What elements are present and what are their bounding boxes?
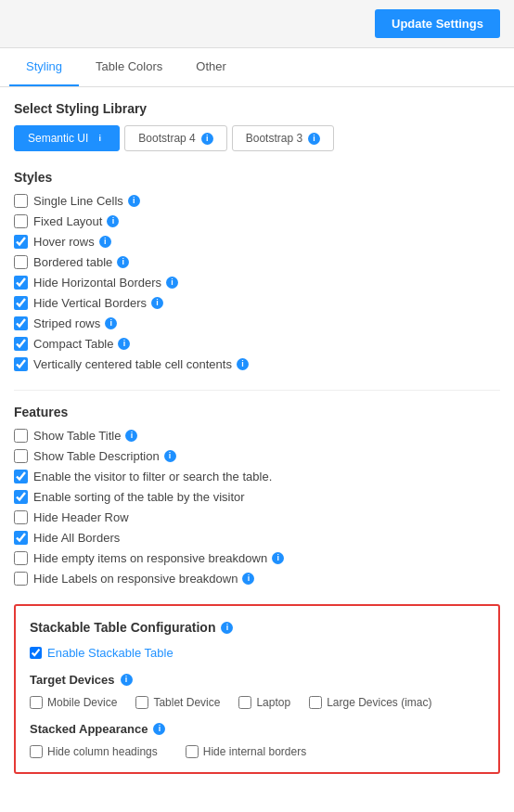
hide-horizontal-borders-info[interactable]: i <box>166 277 178 289</box>
checkbox-single-line-cells-input[interactable] <box>14 194 28 208</box>
checkbox-bordered-table: Bordered table i <box>14 255 500 269</box>
device-large-checkbox[interactable] <box>309 696 322 709</box>
hide-empty-items-info[interactable]: i <box>272 552 284 564</box>
device-laptop: Laptop <box>238 696 290 709</box>
checkbox-hide-empty-items: Hide empty items on responsive breakdown… <box>14 551 500 565</box>
hide-labels-info[interactable]: i <box>242 573 254 585</box>
device-tablet-label: Tablet Device <box>153 696 220 709</box>
tab-table-colors[interactable]: Table Colors <box>79 48 179 86</box>
hide-vertical-borders-info[interactable]: i <box>151 297 163 309</box>
checkbox-fixed-layout-input[interactable] <box>14 214 28 228</box>
checkbox-striped-rows-input[interactable] <box>14 316 28 330</box>
bordered-table-label: Bordered table i <box>33 255 129 269</box>
library-semantic-ui[interactable]: Semantic UI i <box>14 125 120 151</box>
checkbox-hide-empty-items-input[interactable] <box>14 551 28 565</box>
enable-filter-label: Enable the visitor to filter or search t… <box>33 470 272 483</box>
single-line-cells-info[interactable]: i <box>128 195 140 207</box>
device-laptop-label: Laptop <box>256 696 290 709</box>
checkbox-compact-table-input[interactable] <box>14 337 28 351</box>
checkbox-vertically-centered-input[interactable] <box>14 357 28 371</box>
fixed-layout-info[interactable]: i <box>107 215 119 227</box>
vertically-centered-label: Vertically centered table cell contents … <box>33 357 249 371</box>
semantic-ui-label: Semantic UI <box>28 132 88 145</box>
device-mobile-checkbox[interactable] <box>30 696 43 709</box>
device-large-label: Large Devices (imac) <box>327 696 431 709</box>
tabs-bar: Styling Table Colors Other <box>0 48 514 87</box>
styles-title: Styles <box>14 170 500 185</box>
bootstrap3-info-icon[interactable]: i <box>308 133 320 145</box>
checkbox-hide-all-borders: Hide All Borders <box>14 531 500 545</box>
library-section-title: Select Styling Library <box>14 101 500 116</box>
appearance-hide-col-headings-checkbox[interactable] <box>30 745 43 758</box>
top-bar: Update Settings <box>0 0 514 48</box>
checkbox-show-table-title: Show Table Title i <box>14 429 500 443</box>
tab-styling[interactable]: Styling <box>9 48 79 86</box>
stacked-appearance-title: Stacked Appearance i <box>30 722 484 736</box>
target-devices-title: Target Devices i <box>30 673 484 687</box>
show-table-description-label: Show Table Description i <box>33 449 176 463</box>
checkbox-show-table-description: Show Table Description i <box>14 449 500 463</box>
bootstrap3-label: Bootstrap 3 <box>246 132 302 145</box>
hide-vertical-borders-label: Hide Vertical Borders i <box>33 296 163 310</box>
checkbox-hide-all-borders-input[interactable] <box>14 531 28 545</box>
checkbox-hide-labels-input[interactable] <box>14 572 28 586</box>
content-area: Select Styling Library Semantic UI i Boo… <box>0 87 514 788</box>
appearance-options-row: Hide column headings Hide internal borde… <box>30 745 484 758</box>
appearance-hide-internal-borders: Hide internal borders <box>186 745 306 758</box>
appearance-hide-internal-borders-checkbox[interactable] <box>186 745 199 758</box>
hover-rows-info[interactable]: i <box>99 236 111 248</box>
checkbox-hide-header-row-input[interactable] <box>14 510 28 524</box>
styles-section: Styles Single Line Cells i Fixed Layout … <box>14 170 500 371</box>
device-tablet-checkbox[interactable] <box>135 696 148 709</box>
checkbox-hover-rows-input[interactable] <box>14 235 28 249</box>
stackable-title: Stackable Table Configuration i <box>30 620 484 635</box>
divider-1 <box>14 390 500 391</box>
compact-table-label: Compact Table i <box>33 337 130 351</box>
checkbox-vertically-centered: Vertically centered table cell contents … <box>14 357 500 371</box>
hide-all-borders-label: Hide All Borders <box>33 531 120 545</box>
target-devices-info[interactable]: i <box>121 674 133 686</box>
checkbox-bordered-table-input[interactable] <box>14 255 28 269</box>
checkbox-fixed-layout: Fixed Layout i <box>14 214 500 228</box>
update-settings-button[interactable]: Update Settings <box>375 9 500 38</box>
library-buttons: Semantic UI i Bootstrap 4 i Bootstrap 3 … <box>14 125 500 151</box>
vertically-centered-info[interactable]: i <box>237 358 249 370</box>
hide-labels-label: Hide Labels on responsive breakdown i <box>33 572 254 586</box>
checkbox-enable-filter-input[interactable] <box>14 470 28 483</box>
bordered-table-info[interactable]: i <box>117 256 129 268</box>
checkbox-hide-horizontal-borders: Hide Horizontal Borders i <box>14 276 500 290</box>
checkbox-hide-labels: Hide Labels on responsive breakdown i <box>14 572 500 586</box>
semantic-ui-info-icon[interactable]: i <box>94 133 106 145</box>
device-large: Large Devices (imac) <box>309 696 431 709</box>
bootstrap4-info-icon[interactable]: i <box>201 133 213 145</box>
features-title: Features <box>14 405 500 419</box>
checkbox-enable-sorting-input[interactable] <box>14 490 28 504</box>
stackable-title-info[interactable]: i <box>221 622 233 634</box>
device-mobile-label: Mobile Device <box>47 696 117 709</box>
enable-stackable-checkbox[interactable] <box>30 647 42 659</box>
stackable-configuration-box: Stackable Table Configuration i Enable S… <box>14 604 500 774</box>
checkbox-show-table-description-input[interactable] <box>14 449 28 463</box>
checkbox-hide-horizontal-borders-input[interactable] <box>14 276 28 290</box>
checkbox-hide-vertical-borders: Hide Vertical Borders i <box>14 296 500 310</box>
checkbox-show-table-title-input[interactable] <box>14 429 28 443</box>
tab-other[interactable]: Other <box>179 48 243 86</box>
compact-table-info[interactable]: i <box>118 338 130 350</box>
device-laptop-checkbox[interactable] <box>238 696 251 709</box>
device-mobile: Mobile Device <box>30 696 117 709</box>
enable-stackable-label: Enable Stackable Table <box>47 646 173 660</box>
checkbox-striped-rows: Striped rows i <box>14 316 500 330</box>
hide-header-row-label: Hide Header Row <box>33 510 129 524</box>
show-table-description-info[interactable]: i <box>164 450 176 462</box>
checkbox-enable-filter: Enable the visitor to filter or search t… <box>14 470 500 483</box>
striped-rows-info[interactable]: i <box>105 317 117 329</box>
checkbox-hide-vertical-borders-input[interactable] <box>14 296 28 310</box>
hover-rows-label: Hover rows i <box>33 235 111 249</box>
checkbox-compact-table: Compact Table i <box>14 337 500 351</box>
stacked-appearance-info[interactable]: i <box>153 723 165 735</box>
show-table-title-info[interactable]: i <box>125 430 137 442</box>
appearance-hide-col-headings-label: Hide column headings <box>47 745 158 758</box>
hide-empty-items-label: Hide empty items on responsive breakdown… <box>33 551 284 565</box>
library-bootstrap3[interactable]: Bootstrap 3 i <box>232 125 334 151</box>
library-bootstrap4[interactable]: Bootstrap 4 i <box>124 125 226 151</box>
